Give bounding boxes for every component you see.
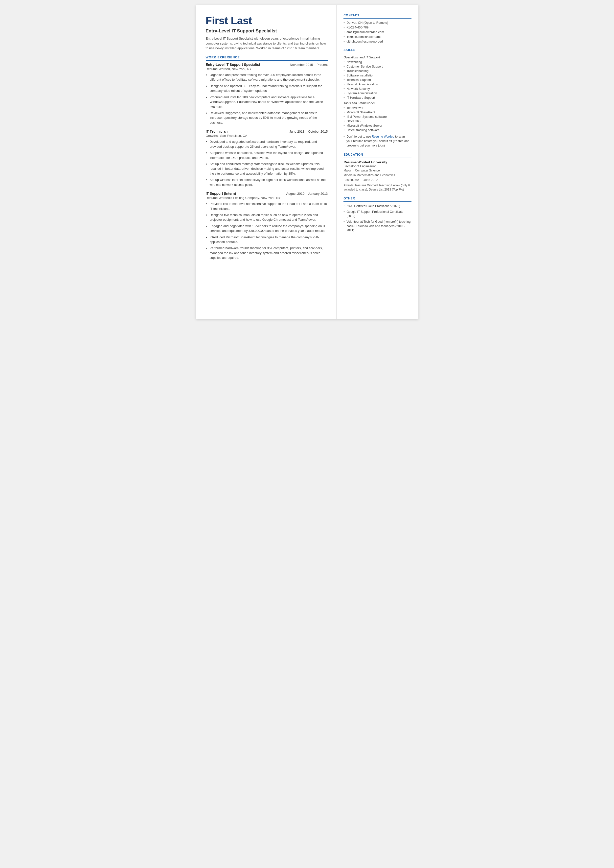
contact-item-2: +1-234-456-789 — [343, 26, 411, 29]
skill-1-2: Customer Service Support — [343, 65, 411, 68]
education-label: EDUCATION — [343, 153, 411, 158]
skill-1-6: Network Administration — [343, 83, 411, 86]
skill-1-3: Troubleshooting — [343, 69, 411, 73]
skill-2-4: Office 365 — [343, 120, 411, 123]
job-title-2: IT Technician — [206, 129, 228, 134]
job-header-1: Entry-Level IT Support Specialist Novemb… — [206, 63, 328, 67]
job-dates-1: November 2015 – Present — [290, 63, 328, 67]
skill-2-3: IBM Power Systems software — [343, 115, 411, 118]
bullet-3-1: Provided low to mid-level administrative… — [206, 202, 328, 211]
right-column: CONTACT Denver, OH (Open to Remote) +1-2… — [336, 5, 418, 319]
skill-2-6: Defect tracking software — [343, 129, 411, 132]
bullet-1-4: Reviewed, suggested, and implemented dat… — [206, 110, 328, 125]
edu-awards: Awards: Resume Worded Teaching Fellow (o… — [343, 183, 411, 192]
contact-item-1: Denver, OH (Open to Remote) — [343, 21, 411, 25]
education-section: EDUCATION Resume Worded University Bache… — [343, 153, 411, 192]
contact-item-4: linkedin.com/in/username — [343, 35, 411, 39]
edu-minors: Minors in Mathematics and Economics — [343, 173, 411, 177]
skill-1-8: System Administration — [343, 92, 411, 95]
bullet-2-4: Set up wireless internet connectivity on… — [206, 177, 328, 187]
other-item-3: Volunteer at Tech for Good (non profit) … — [343, 220, 411, 233]
skills-section: SKILLS Operations and IT Support: Networ… — [343, 48, 411, 148]
job-entry-2: IT Technician June 2013 – October 2015 G… — [206, 129, 328, 187]
contact-item-5: github.com/resumeworded — [343, 40, 411, 43]
bullet-3-5: Performed hardware troubleshooting for 3… — [206, 246, 328, 260]
skills-list-2: TeamViewer Microsoft SharePoint IBM Powe… — [343, 106, 411, 132]
skill-1-7: Network Security — [343, 87, 411, 90]
skills-category-2: Tools and Frameworks: — [343, 101, 411, 105]
bullet-2-2: Supported website operations, assisted w… — [206, 151, 328, 160]
bullet-1-2: Designed and updated 30+ easy-to-underst… — [206, 84, 328, 93]
edu-degree: Bachelor of Engineering — [343, 165, 411, 168]
bullet-2-1: Developed and upgraded software and hard… — [206, 139, 328, 149]
resume-page: First Last Entry-Level IT Support Specia… — [196, 5, 419, 319]
job-entry-1: Entry-Level IT Support Specialist Novemb… — [206, 63, 328, 125]
job-header-2: IT Technician June 2013 – October 2015 — [206, 129, 328, 134]
candidate-summary: Entry-Level IT Support Specialist with e… — [206, 36, 328, 51]
skills-category-1: Operations and IT Support: — [343, 56, 411, 59]
job-title-3: IT Support (Intern) — [206, 191, 236, 196]
bullet-1-3: Procured and installed 100 new computers… — [206, 95, 328, 109]
work-experience-label: WORK EXPERIENCE — [206, 56, 328, 61]
skills-list-1: Networking Customer Service Support Trou… — [343, 61, 411, 99]
bullet-2-3: Set up and conducted monthly staff meeti… — [206, 161, 328, 176]
left-column: First Last Entry-Level IT Support Specia… — [196, 5, 337, 319]
skill-1-4: Software Installation — [343, 74, 411, 77]
skill-1-1: Networking — [343, 61, 411, 64]
promo-link[interactable]: Resume Worded — [372, 135, 394, 138]
skills-label: SKILLS — [343, 48, 411, 53]
skill-2-1: TeamViewer — [343, 106, 411, 110]
edu-major: Major in Computer Science — [343, 169, 411, 173]
candidate-name: First Last — [206, 15, 328, 27]
contact-item-3: email@resumeworded.com — [343, 30, 411, 34]
other-item-2: Google IT Support Professional Certifica… — [343, 210, 411, 218]
job-company-1: Resume Worded, New York, NY — [206, 67, 328, 71]
job-bullets-3: Provided low to mid-level administrative… — [206, 202, 328, 260]
other-item-1: AWS Certified Cloud Practitioner (2020) — [343, 204, 411, 208]
job-header-3: IT Support (Intern) August 2010 – Januar… — [206, 191, 328, 196]
contact-section: CONTACT Denver, OH (Open to Remote) +1-2… — [343, 14, 411, 43]
work-experience-section: WORK EXPERIENCE Entry-Level IT Support S… — [206, 56, 328, 260]
edu-location-date: Boston, MA — June 2019 — [343, 178, 411, 182]
contact-list: Denver, OH (Open to Remote) +1-234-456-7… — [343, 21, 411, 43]
job-bullets-1: Organised and presented training for ove… — [206, 73, 328, 125]
bullet-3-2: Designed five technical manuals on topic… — [206, 213, 328, 222]
bullet-1-1: Organised and presented training for ove… — [206, 73, 328, 82]
skill-2-5: Microsoft Windows Server — [343, 124, 411, 127]
job-bullets-2: Developed and upgraded software and hard… — [206, 139, 328, 187]
skill-1-5: Technical Support — [343, 78, 411, 82]
bullet-3-3: Engaged and negotiated with 15 vendors t… — [206, 224, 328, 233]
skill-1-9: IT Hardware Support — [343, 96, 411, 99]
edu-school: Resume Worded University — [343, 160, 411, 164]
job-dates-3: August 2010 – January 2013 — [286, 192, 328, 196]
skill-2-2: Microsoft SharePoint — [343, 110, 411, 114]
job-entry-3: IT Support (Intern) August 2010 – Januar… — [206, 191, 328, 260]
bullet-3-4: Introduced Microsoft SharePoint technolo… — [206, 235, 328, 244]
other-section: OTHER AWS Certified Cloud Practitioner (… — [343, 197, 411, 233]
job-company-2: Growthsi, San Francisco, CA — [206, 134, 328, 138]
other-label: OTHER — [343, 197, 411, 202]
other-list: AWS Certified Cloud Practitioner (2020) … — [343, 204, 411, 233]
job-company-3: Resume Worded's Exciting Company, New Yo… — [206, 196, 328, 200]
promo-text: Don't forget to use Resume Worded to sca… — [343, 134, 411, 148]
job-dates-2: June 2013 – October 2015 — [289, 130, 328, 134]
contact-label: CONTACT — [343, 14, 411, 19]
job-title-1: Entry-Level IT Support Specialist — [206, 63, 260, 67]
candidate-title: Entry-Level IT Support Specialist — [206, 28, 328, 34]
